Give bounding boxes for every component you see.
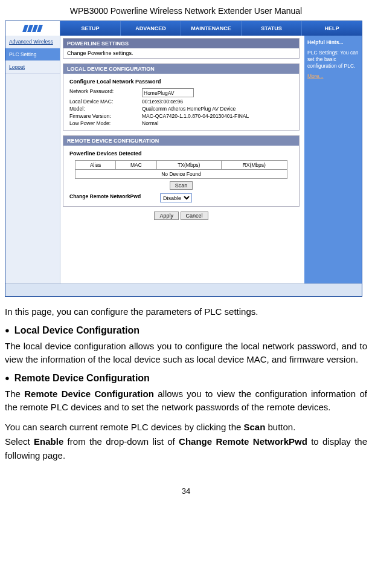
action-row: Apply Cancel xyxy=(60,212,302,220)
sidebar-item-logout[interactable]: Logout xyxy=(5,61,60,74)
nav-tab-maintenance[interactable]: MAINTENANCE xyxy=(181,21,242,36)
table-header-row: Alias MAC TX(Mbps) RX(Mbps) xyxy=(75,161,287,170)
panel-title: LOCAL DEVICE CONFIGURATION xyxy=(63,64,299,74)
devices-table: Alias MAC TX(Mbps) RX(Mbps) No Device Fo… xyxy=(75,160,287,179)
sidebar-item-advanced-wireless[interactable]: Advanced Wireless xyxy=(5,36,60,48)
header-product: WPB3000 xyxy=(70,6,111,16)
remote-config-paragraph-3: Select Enable from the drop-down list of… xyxy=(5,435,367,462)
nav-tab-status[interactable]: STATUS xyxy=(242,21,302,36)
scan-button[interactable]: Scan xyxy=(170,181,193,190)
remote-config-paragraph-1: The Remote Device Configuration allows y… xyxy=(5,387,367,415)
col-tx: TX(Mbps) xyxy=(156,161,221,170)
col-alias: Alias xyxy=(75,161,116,170)
sidebar: Advanced Wireless PLC Setting Logout xyxy=(5,36,60,283)
help-title: Helpful Hints... xyxy=(307,39,359,46)
help-panel: Helpful Hints... PLC Settings: You can s… xyxy=(304,36,362,283)
sidebar-item-plc-setting[interactable]: PLC Setting xyxy=(5,48,60,61)
panel-title: POWERLINE SETTINGS xyxy=(63,39,299,48)
local-config-paragraph: The local device configuration allows yo… xyxy=(5,340,367,367)
brand-logo xyxy=(5,21,60,36)
header-tail: User Manual xyxy=(254,6,302,16)
router-admin-screenshot: SETUP ADVANCED MAINTENANCE STATUS HELP A… xyxy=(5,21,362,297)
cancel-button[interactable]: Cancel xyxy=(181,212,208,220)
table-row: No Device Found xyxy=(75,170,287,179)
top-nav: SETUP ADVANCED MAINTENANCE STATUS HELP xyxy=(5,21,362,36)
panel-local-config: LOCAL DEVICE CONFIGURATION Configure Loc… xyxy=(63,63,300,131)
value-low-power: Normal xyxy=(142,120,158,126)
value-model: Qualcomm Atheros HomePlug AV Device xyxy=(142,106,236,112)
label-low-power: Low Power Mode: xyxy=(69,120,142,126)
local-subheading: Configure Local Network Password xyxy=(69,79,293,85)
nav-tab-setup[interactable]: SETUP xyxy=(60,21,121,36)
logo-stripes-icon xyxy=(22,25,43,32)
label-model: Model: xyxy=(69,106,142,112)
value-firmware: MAC-QCA7420-1.1.0.870-04-20130401-FINAL xyxy=(142,113,249,119)
heading-remote-config: Remote Device Configuration xyxy=(5,373,367,384)
change-remote-pwd-select[interactable]: Disable xyxy=(160,193,192,202)
help-body: PLC Settings: You can set the basic conf… xyxy=(307,50,359,69)
main-content: POWERLINE SETTINGS Change Powerline sett… xyxy=(60,36,304,283)
panel-desc: Change Powerline settings. xyxy=(63,48,299,58)
intro-paragraph: In this page, you can configure the para… xyxy=(5,305,367,319)
panel-remote-config: REMOTE DEVICE CONFIGURATION Powerline De… xyxy=(63,135,300,207)
panel-title: REMOTE DEVICE CONFIGURATION xyxy=(63,136,299,146)
ui-footer-bar xyxy=(5,283,362,296)
label-change-remote-pwd: Change Remote NetworkPwd xyxy=(69,193,160,202)
no-device-cell: No Device Found xyxy=(75,170,287,179)
help-more-link[interactable]: More... xyxy=(307,73,359,80)
apply-button[interactable]: Apply xyxy=(154,212,179,220)
value-local-mac: 00:1e:e3:00:ce:96 xyxy=(142,99,183,105)
nav-tab-advanced[interactable]: ADVANCED xyxy=(121,21,181,36)
col-rx: RX(Mbps) xyxy=(221,161,287,170)
panel-powerline-settings: POWERLINE SETTINGS Change Powerline sett… xyxy=(63,38,300,59)
heading-local-config: Local Device Configuration xyxy=(5,325,367,336)
document-body: In this page, you can configure the para… xyxy=(5,305,367,462)
label-local-mac: Local Device MAC: xyxy=(69,99,142,105)
remote-config-paragraph-2: You can search current remote PLC device… xyxy=(5,421,367,435)
document-header: WPB3000 Powerline Wireless Network Exten… xyxy=(5,6,367,16)
header-middle: Powerline Wireless Network Extender xyxy=(111,6,254,16)
nav-tab-help[interactable]: HELP xyxy=(302,21,362,36)
network-password-input[interactable] xyxy=(142,88,194,97)
label-firmware: Firmware Version: xyxy=(69,113,142,119)
page-number: 34 xyxy=(5,486,367,496)
label-network-password: Network Password: xyxy=(69,88,142,97)
col-mac: MAC xyxy=(116,161,157,170)
remote-subheading: Powerline Devices Detected xyxy=(69,150,293,157)
